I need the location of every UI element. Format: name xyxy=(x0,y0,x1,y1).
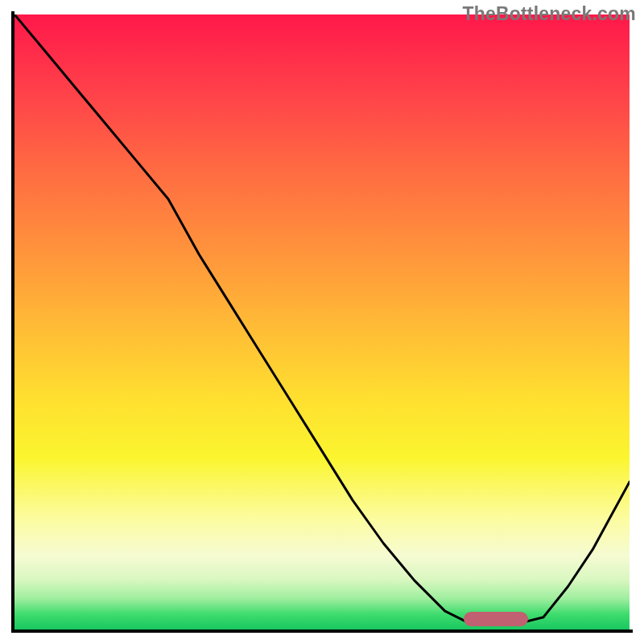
chart-container: TheBottleneck.com xyxy=(0,0,644,644)
optimum-marker xyxy=(464,612,528,626)
axis-x xyxy=(11,630,633,633)
gradient-background xyxy=(14,14,630,630)
axis-y xyxy=(11,11,14,633)
watermark-text: TheBottleneck.com xyxy=(462,3,636,25)
